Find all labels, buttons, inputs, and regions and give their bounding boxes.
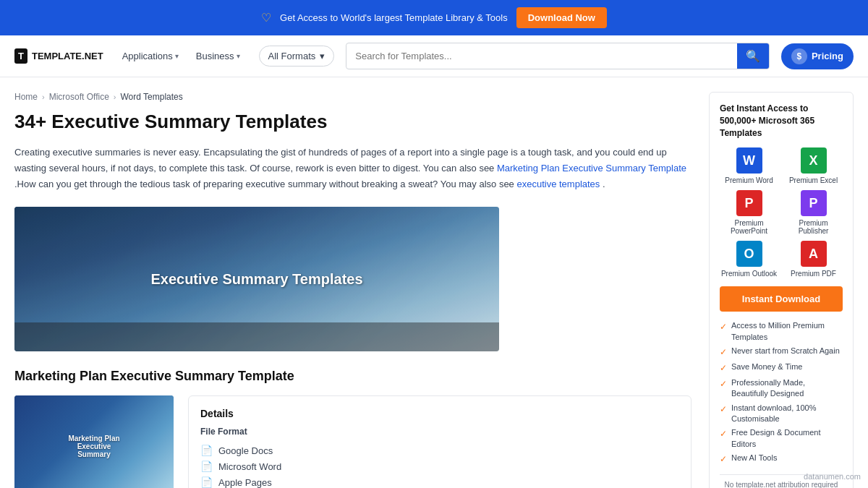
breadcrumb-current: Word Templates: [121, 92, 183, 102]
publisher-icon: P: [801, 190, 827, 216]
template-preview: Marketing PlanExecutiveSummary: [14, 395, 174, 488]
right-column: Get Instant Access to 500,000+ Microsoft…: [709, 92, 854, 488]
benefit-text: Professionally Made, Beautifully Designe…: [731, 377, 843, 400]
breadcrumb: Home › Microsoft Office › Word Templates: [14, 92, 692, 102]
section-title: Marketing Plan Executive Summary Templat…: [14, 369, 692, 384]
nav-applications[interactable]: Applications ▾: [115, 46, 186, 66]
pdf-label: Premium PDF: [791, 270, 836, 278]
word-icon: 📄: [200, 461, 213, 472]
description-link-2[interactable]: executive templates: [516, 179, 600, 189]
instant-download-button[interactable]: Instant Download: [720, 286, 843, 312]
watermark: datanumen.com: [804, 472, 861, 481]
logo-text: TEMPLATE.NET: [32, 51, 103, 61]
applications-dropdown-icon: ▾: [175, 52, 179, 60]
format-dropdown-icon: ▾: [320, 51, 325, 61]
breadcrumb-home[interactable]: Home: [14, 92, 38, 102]
benefit-text: Instant download, 100% Customisable: [731, 403, 843, 425]
benefit-text: New AI Tools: [731, 453, 777, 463]
check-icon: ✓: [720, 321, 727, 333]
ms365-outlook: O Premium Outlook: [720, 241, 778, 278]
benefits-list: ✓ Access to Million Premium Templates ✓ …: [720, 319, 843, 467]
check-icon: ✓: [720, 428, 727, 440]
list-item: ✓ Professionally Made, Beautifully Desig…: [720, 376, 843, 401]
ms365-pdf: A Premium PDF: [784, 241, 843, 278]
benefit-text: Save Money & Time: [731, 361, 802, 372]
pricing-icon: $: [791, 48, 807, 64]
format-dropdown[interactable]: All Formats ▾: [259, 46, 335, 67]
list-item: ✓ Instant download, 100% Customisable: [720, 401, 843, 427]
format-dropdown-label: All Formats: [268, 51, 316, 61]
pricing-button[interactable]: $ Pricing: [781, 43, 854, 69]
benefit-text: Access to Million Premium Templates: [731, 320, 843, 343]
excel-label: Premium Excel: [789, 176, 838, 184]
powerpoint-icon: P: [736, 190, 762, 216]
ms365-box: Get Instant Access to 500,000+ Microsoft…: [709, 92, 854, 488]
breadcrumb-sep-1: ›: [42, 93, 45, 101]
description-text-2: .How can you get through the tedious tas…: [14, 179, 516, 189]
check-icon: ✓: [720, 378, 727, 390]
pages-icon: 📄: [200, 476, 213, 488]
list-item: 📄 Apple Pages: [200, 474, 679, 488]
banner-download-button[interactable]: Download Now: [516, 7, 607, 28]
excel-icon: X: [801, 147, 827, 174]
breadcrumb-sep-2: ›: [114, 93, 116, 101]
pdf-icon: A: [801, 241, 827, 267]
page-title: 34+ Executive Summary Templates: [14, 111, 692, 133]
nav-business[interactable]: Business ▾: [189, 46, 247, 66]
word-label: Premium Word: [725, 176, 773, 184]
benefit-text: Never start from Scratch Again: [731, 346, 840, 356]
search-input[interactable]: [346, 45, 737, 67]
breadcrumb-office[interactable]: Microsoft Office: [49, 92, 109, 102]
list-item: ✓ Save Money & Time: [720, 360, 843, 376]
page-description: Creating executive summaries is never ea…: [14, 145, 692, 192]
outlook-label: Premium Outlook: [721, 270, 777, 278]
nav-applications-label: Applications: [122, 51, 173, 61]
ms365-publisher: P Premium Publisher: [784, 190, 843, 235]
list-item: ✓ Never start from Scratch Again: [720, 344, 843, 360]
file-format-list: 📄 Google Docs 📄 Microsoft Word 📄 Apple P…: [200, 442, 679, 488]
pages-label: Apple Pages: [218, 477, 272, 488]
header: T TEMPLATE.NET Applications ▾ Business ▾…: [0, 35, 868, 77]
hero-image-text: Executive Summary Templates: [150, 271, 362, 288]
google-docs-label: Google Docs: [218, 445, 273, 456]
outlook-icon: O: [736, 241, 762, 267]
list-item: ✓ Access to Million Premium Templates: [720, 319, 843, 344]
list-item: ✓ Free Design & Document Editors: [720, 426, 843, 451]
template-card: Marketing PlanExecutiveSummary Details F…: [14, 395, 692, 488]
word-icon: W: [736, 147, 762, 174]
file-format-label: File Format: [200, 427, 679, 437]
logo-box: T: [14, 48, 27, 64]
check-icon: ✓: [720, 362, 727, 374]
details-panel: Details File Format 📄 Google Docs 📄 Micr…: [188, 395, 692, 488]
check-icon: ✓: [720, 346, 727, 359]
ms365-powerpoint: P Premium PowerPoint: [720, 190, 778, 235]
description-period: .: [603, 179, 605, 189]
search-bar: 🔍: [346, 43, 770, 69]
pricing-label: Pricing: [812, 51, 843, 61]
google-docs-icon: 📄: [200, 445, 213, 456]
ms365-title: Get Instant Access to 500,000+ Microsoft…: [720, 103, 843, 139]
description-link-1[interactable]: Marketing Plan Executive Summary Templat…: [497, 163, 686, 174]
banner-icon: ♡: [261, 11, 271, 25]
nav: Applications ▾ Business ▾: [115, 46, 247, 66]
search-button[interactable]: 🔍: [737, 43, 769, 69]
word-label: Microsoft Word: [218, 461, 281, 472]
details-title: Details: [200, 408, 679, 419]
hero-image: Executive Summary Templates: [14, 207, 499, 351]
top-banner: ♡ Get Access to World's largest Template…: [0, 0, 868, 35]
banner-text: Get Access to World's largest Template L…: [280, 12, 508, 23]
benefit-text: Free Design & Document Editors: [731, 427, 843, 450]
publisher-label: Premium Publisher: [784, 219, 843, 235]
main-content: Home › Microsoft Office › Word Templates…: [0, 77, 868, 488]
business-dropdown-icon: ▾: [237, 52, 240, 60]
check-icon: ✓: [720, 403, 727, 416]
left-column: Home › Microsoft Office › Word Templates…: [14, 92, 692, 488]
template-preview-label: Marketing PlanExecutiveSummary: [62, 429, 125, 464]
list-item: 📄 Microsoft Word: [200, 458, 679, 474]
ms365-word: W Premium Word: [720, 147, 778, 184]
ms365-excel: X Premium Excel: [784, 147, 843, 184]
list-item: 📄 Google Docs: [200, 442, 679, 458]
check-icon: ✓: [720, 453, 727, 466]
nav-business-label: Business: [196, 51, 234, 61]
logo[interactable]: T TEMPLATE.NET: [14, 48, 103, 64]
